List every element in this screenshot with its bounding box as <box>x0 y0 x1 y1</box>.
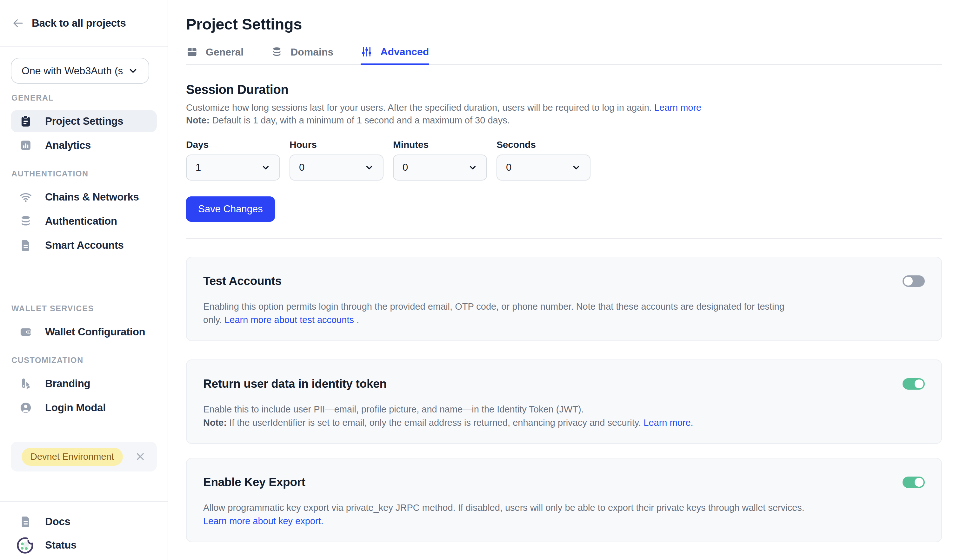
cookie-status-icon <box>14 534 35 555</box>
learn-more-identity-link[interactable]: Learn more. <box>643 418 693 428</box>
days-label: Days <box>186 139 280 150</box>
card-line1: Allow programmatic key export via privat… <box>203 501 921 514</box>
environment-badge: Devnet Environment <box>22 448 123 466</box>
section-description: Customize how long sessions last for you… <box>186 101 942 127</box>
sidebar-item-authentication[interactable]: Authentication <box>11 210 157 232</box>
main-content: Project Settings General Domains <box>168 0 960 560</box>
wallet-icon <box>19 325 32 338</box>
sidebar-item-label: Analytics <box>45 139 91 152</box>
duration-fields: Days 1 Hours 0 Minutes 0 <box>186 139 942 180</box>
chevron-down-icon <box>261 163 270 172</box>
sidebar-item-project-settings[interactable]: Project Settings <box>11 110 157 132</box>
sidebar-item-login-modal[interactable]: Login Modal <box>11 397 157 419</box>
minutes-label: Minutes <box>393 139 487 150</box>
tab-label: Advanced <box>380 46 429 58</box>
identity-token-toggle[interactable] <box>902 378 925 389</box>
sliders-icon <box>361 46 373 58</box>
card-title: Test Accounts <box>203 274 925 289</box>
sidebar-item-label: Wallet Configuration <box>45 326 145 338</box>
divider <box>186 238 942 239</box>
seconds-field: Seconds 0 <box>496 139 590 180</box>
card-line1: Enable this to include user PII—email, p… <box>203 403 921 416</box>
sidebar-item-label: Authentication <box>45 215 117 227</box>
card-line1: Enabling this option permits login throu… <box>203 300 921 313</box>
sidebar: Back to all projects One with Web3Auth (… <box>0 0 168 560</box>
note-label: Note: <box>203 418 227 428</box>
toggle-knob <box>915 380 923 388</box>
wifi-icon <box>19 190 32 204</box>
sidebar-item-label: Branding <box>45 378 90 389</box>
sidebar-item-smart-accounts[interactable]: Smart Accounts <box>11 234 157 256</box>
save-changes-button[interactable]: Save Changes <box>186 196 275 222</box>
hours-field: Hours 0 <box>290 139 384 180</box>
chevron-down-icon <box>571 163 581 172</box>
key-export-toggle[interactable] <box>902 477 925 488</box>
hours-value: 0 <box>299 162 304 173</box>
learn-more-test-accounts-link[interactable]: Learn more about test accounts <box>224 315 354 325</box>
sidebar-item-label: Status <box>45 539 77 551</box>
test-accounts-toggle[interactable] <box>902 275 925 287</box>
note-label: Note: <box>186 115 210 125</box>
chevron-down-icon <box>365 163 374 172</box>
tab-bar: General Domains <box>186 46 942 65</box>
table-cells-icon <box>186 46 198 58</box>
identity-token-card: Return user data in identity token Enabl… <box>186 359 942 444</box>
sidebar-item-label: Chains & Networks <box>45 191 139 203</box>
docs-icon <box>19 515 32 528</box>
minutes-field: Minutes 0 <box>393 139 487 180</box>
database-icon <box>19 214 32 228</box>
test-accounts-card: Test Accounts Enabling this option permi… <box>186 257 942 341</box>
seconds-label: Seconds <box>496 139 590 150</box>
project-selector-value: One with Web3Auth (sap <box>22 65 123 77</box>
card-line2-suffix: . <box>354 315 359 325</box>
tab-domains[interactable]: Domains <box>271 46 333 64</box>
key-export-card: Enable Key Export Allow programmatic key… <box>186 458 942 542</box>
project-selector[interactable]: One with Web3Auth (sap <box>11 58 149 84</box>
note-text: Default is 1 day, with a minimum of 1 se… <box>210 115 510 125</box>
back-label: Back to all projects <box>32 17 126 29</box>
chevron-down-icon <box>128 65 138 76</box>
note-text: If the userIdentifier is set to email, o… <box>227 418 643 428</box>
days-field: Days 1 <box>186 139 280 180</box>
card-line2-prefix: only. <box>203 315 224 325</box>
sidebar-item-chains-networks[interactable]: Chains & Networks <box>11 186 157 208</box>
card-description: Allow programmatic key export via privat… <box>203 501 921 528</box>
sidebar-footer: Docs Status <box>0 501 168 560</box>
hours-select[interactable]: 0 <box>290 155 384 180</box>
days-value: 1 <box>195 162 201 173</box>
days-select[interactable]: 1 <box>186 155 280 180</box>
seconds-select[interactable]: 0 <box>496 155 590 180</box>
learn-more-link[interactable]: Learn more <box>654 102 701 113</box>
learn-more-key-export-link[interactable]: Learn more about key export. <box>203 516 323 526</box>
minutes-select[interactable]: 0 <box>393 155 487 180</box>
section-label-general: GENERAL <box>11 93 156 102</box>
sidebar-item-docs[interactable]: Docs <box>11 510 157 533</box>
tab-advanced[interactable]: Advanced <box>361 46 429 65</box>
card-title: Return user data in identity token <box>203 377 925 391</box>
section-title: Session Duration <box>186 83 942 97</box>
sidebar-item-label: Smart Accounts <box>45 239 124 251</box>
section-label-customization: CUSTOMIZATION <box>11 356 156 365</box>
sidebar-item-label: Login Modal <box>45 402 106 414</box>
toggle-knob <box>915 478 923 487</box>
card-description: Enable this to include user PII—email, p… <box>203 403 921 429</box>
sidebar-item-label: Docs <box>45 515 70 528</box>
arrow-left-icon <box>11 16 25 30</box>
hours-label: Hours <box>290 139 384 150</box>
sidebar-item-status[interactable]: Status <box>11 533 157 557</box>
tab-general[interactable]: General <box>186 46 243 64</box>
tab-label: Domains <box>290 46 333 58</box>
clipboard-icon <box>19 115 32 128</box>
sidebar-item-analytics[interactable]: Analytics <box>11 134 157 156</box>
close-icon[interactable] <box>134 451 146 462</box>
tab-label: General <box>206 46 243 58</box>
sidebar-body: One with Web3Auth (sap GENERAL Project S… <box>0 47 168 501</box>
back-to-all-projects[interactable]: Back to all projects <box>0 0 168 47</box>
toggle-knob <box>904 277 913 286</box>
minutes-value: 0 <box>403 162 408 173</box>
sidebar-item-label: Project Settings <box>45 115 123 127</box>
sidebar-item-wallet-configuration[interactable]: Wallet Configuration <box>11 321 157 343</box>
user-circle-icon <box>19 401 32 414</box>
bar-chart-icon <box>19 139 32 152</box>
sidebar-item-branding[interactable]: Branding <box>11 372 157 395</box>
